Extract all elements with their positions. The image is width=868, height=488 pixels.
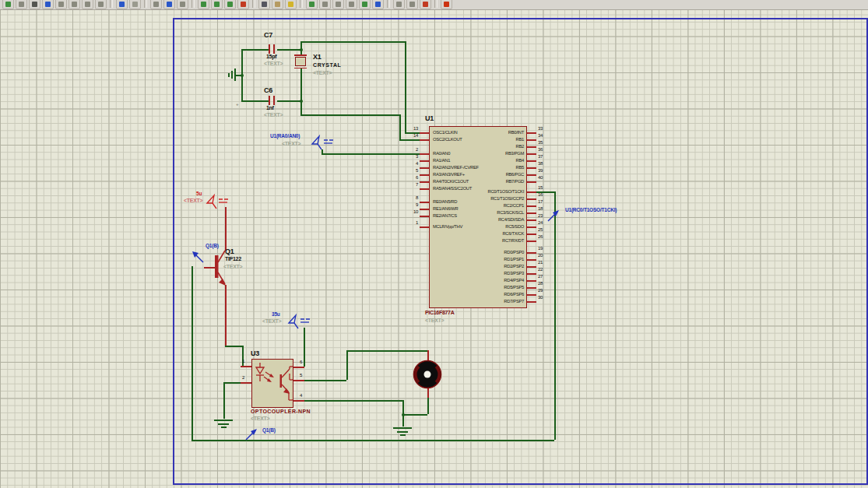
undo-icon[interactable] <box>116 0 128 9</box>
selection-mode-glyph <box>262 2 267 7</box>
new-design-glyph <box>5 2 11 7</box>
u1-pin-label: RD7/PSP7 <box>433 299 524 304</box>
u1-pin-stub <box>527 181 536 183</box>
u1-pin-number: 18 <box>538 206 543 211</box>
u1-pin-stub <box>527 160 536 162</box>
wire-segment <box>402 414 427 416</box>
u1-pin-stub <box>527 280 536 282</box>
x1-plate-top <box>294 54 307 56</box>
origin-glyph <box>32 2 37 7</box>
block-rotate-icon[interactable] <box>224 0 236 9</box>
u1-pin-number: 5 <box>402 168 418 173</box>
origin-marker: + <box>236 102 238 107</box>
u1-pin-number: 16 <box>538 192 543 197</box>
u1-pin-stub <box>420 181 429 183</box>
u1-pin-stub <box>527 273 536 275</box>
text-script-mode-icon[interactable] <box>332 0 344 9</box>
design-explorer-icon[interactable] <box>393 0 405 9</box>
u1-pin-label: RB1 <box>433 137 524 142</box>
pick-parts-glyph <box>309 2 315 7</box>
zoom-out-icon[interactable] <box>69 0 80 9</box>
wire-segment <box>300 114 399 116</box>
junction-dot-mode-icon[interactable] <box>319 0 331 9</box>
q1-text-placeholder: <TEXT> <box>223 264 242 269</box>
pick-parts-icon[interactable] <box>306 0 318 9</box>
u1-pin-stub <box>420 202 429 203</box>
wire-segment <box>405 41 406 132</box>
top-toolbar <box>0 0 868 10</box>
c6-ref: C6 <box>264 86 272 94</box>
u1-pin-label: RC2/CCP1 <box>433 203 524 208</box>
zoom-all-glyph <box>85 2 90 7</box>
u1-pin-stub <box>527 294 536 296</box>
zoom-in-icon[interactable] <box>55 0 67 9</box>
u3-internal-symbol <box>254 361 293 406</box>
u1-pin-number: 6 <box>402 175 418 180</box>
wire-segment <box>241 366 251 367</box>
wire-segment <box>300 68 302 114</box>
u1-pin-number: 35 <box>538 140 543 145</box>
cut-glyph <box>153 2 159 7</box>
u1-pin-stub <box>527 139 536 141</box>
u3-pin4-number: 4 <box>300 393 302 398</box>
undo-glyph <box>119 2 125 7</box>
remove-sheet-icon[interactable] <box>420 0 431 9</box>
u1-pin-number: 15 <box>538 185 543 190</box>
paste-icon[interactable] <box>177 0 188 9</box>
schematic-canvas[interactable]: C7 15pf <TEXT> C6 1nf <TEXT> + X1 CRYSTA… <box>0 0 868 488</box>
subcircuit-mode-icon[interactable] <box>359 0 371 9</box>
exit-icon[interactable] <box>441 0 452 9</box>
u1-pin-number: 19 <box>538 246 543 251</box>
instant-edit-mode-icon[interactable] <box>372 0 384 9</box>
instant-edit-mode-glyph <box>375 2 381 7</box>
copy-icon[interactable] <box>163 0 175 9</box>
wire-segment <box>293 380 304 381</box>
u1-pin-stub <box>420 153 429 155</box>
wire-segment <box>277 49 300 51</box>
wire-segment <box>293 367 304 368</box>
toolbar-separator <box>387 0 390 8</box>
block-move-icon[interactable] <box>211 0 223 9</box>
component-mode-glyph <box>275 2 280 7</box>
u3-pin5-number: 5 <box>300 373 302 377</box>
new-design-icon[interactable] <box>2 0 14 9</box>
text-script-mode-glyph <box>336 2 341 7</box>
wire-segment <box>241 382 251 384</box>
block-copy-glyph <box>201 2 206 7</box>
u1-pin-number: 9 <box>402 202 418 207</box>
u1-pin-stub <box>527 287 536 289</box>
wire-segment <box>304 400 402 402</box>
block-rotate-glyph <box>227 2 233 7</box>
component-mode-icon[interactable] <box>272 0 283 9</box>
terminal-ra0-label: U1(RA0/AN0) <box>270 133 300 139</box>
wire-label-mode-icon[interactable] <box>285 0 297 9</box>
u1-pin-stub <box>527 259 536 261</box>
grid-toggle-icon[interactable] <box>16 0 27 9</box>
u1-pin-stub <box>420 167 429 169</box>
wire-segment <box>241 100 269 102</box>
selection-mode-icon[interactable] <box>258 0 270 9</box>
u1-pin-label: RD1/PSP1 <box>433 257 524 262</box>
zoom-all-icon[interactable] <box>82 0 93 9</box>
block-copy-icon[interactable] <box>198 0 209 9</box>
new-sheet-glyph <box>409 2 415 7</box>
u1-pin-stub <box>420 188 429 190</box>
goto-center-icon[interactable] <box>42 0 54 9</box>
bus-mode-icon[interactable] <box>346 0 357 9</box>
origin-icon[interactable] <box>29 0 40 9</box>
u1-pin-label: RD0/PSP0 <box>433 250 524 255</box>
cut-icon[interactable] <box>150 0 162 9</box>
zoom-area-icon[interactable] <box>95 0 107 9</box>
u1-pin-label: RD5/PSP5 <box>433 285 524 290</box>
junction-dot-mode-glyph <box>322 2 328 7</box>
block-delete-icon[interactable] <box>237 0 249 9</box>
u1-pin-number: 21 <box>538 260 543 265</box>
redo-icon[interactable] <box>129 0 141 9</box>
new-sheet-icon[interactable] <box>406 0 418 9</box>
toolbar-separator <box>192 0 195 8</box>
u1-pin-stub <box>527 219 536 221</box>
u3-pin1-number: 1 <box>242 359 244 363</box>
u1-pin-label: RB5 <box>433 165 524 170</box>
wire-segment <box>399 114 401 139</box>
u1-pin-number: 20 <box>538 253 543 258</box>
